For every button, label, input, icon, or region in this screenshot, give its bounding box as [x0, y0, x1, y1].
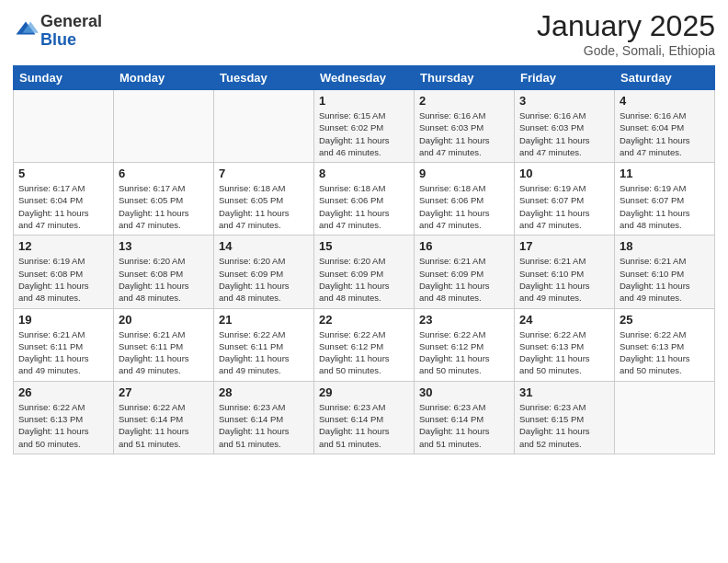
logo-general: General	[40, 13, 102, 31]
table-row: 20Sunrise: 6:21 AMSunset: 6:11 PMDayligh…	[114, 308, 214, 381]
day-info: Sunrise: 6:17 AMSunset: 6:04 PMDaylight:…	[18, 182, 108, 231]
subtitle: Gode, Somali, Ethiopia	[537, 43, 715, 58]
day-number: 17	[519, 239, 609, 253]
table-row: 13Sunrise: 6:20 AMSunset: 6:08 PMDayligh…	[114, 236, 214, 308]
day-number: 30	[419, 385, 509, 399]
table-row: 31Sunrise: 6:23 AMSunset: 6:15 PMDayligh…	[515, 381, 615, 454]
calendar-table: Sunday Monday Tuesday Wednesday Thursday…	[13, 65, 715, 454]
table-row: 4Sunrise: 6:16 AMSunset: 6:04 PMDaylight…	[615, 90, 715, 163]
logo-blue: Blue	[40, 31, 102, 50]
table-row	[14, 90, 114, 163]
day-info: Sunrise: 6:20 AMSunset: 6:09 PMDaylight:…	[219, 255, 309, 304]
day-info: Sunrise: 6:23 AMSunset: 6:14 PMDaylight:…	[319, 401, 409, 450]
table-row: 9Sunrise: 6:18 AMSunset: 6:06 PMDaylight…	[415, 163, 515, 236]
day-info: Sunrise: 6:22 AMSunset: 6:14 PMDaylight:…	[119, 401, 209, 450]
day-number: 4	[620, 94, 710, 108]
page: General Blue January 2025 Gode, Somali, …	[0, 0, 728, 563]
day-number: 9	[419, 167, 509, 180]
day-number: 2	[419, 94, 509, 108]
day-info: Sunrise: 6:21 AMSunset: 6:09 PMDaylight:…	[419, 255, 509, 304]
day-number: 27	[119, 385, 209, 399]
table-row: 5Sunrise: 6:17 AMSunset: 6:04 PMDaylight…	[14, 163, 114, 236]
title-block: January 2025 Gode, Somali, Ethiopia	[537, 9, 715, 58]
table-row: 25Sunrise: 6:22 AMSunset: 6:13 PMDayligh…	[615, 308, 715, 381]
day-info: Sunrise: 6:18 AMSunset: 6:06 PMDaylight:…	[419, 182, 509, 231]
table-row: 30Sunrise: 6:23 AMSunset: 6:14 PMDayligh…	[415, 381, 515, 454]
day-info: Sunrise: 6:16 AMSunset: 6:03 PMDaylight:…	[419, 109, 509, 158]
table-row: 1Sunrise: 6:15 AMSunset: 6:02 PMDaylight…	[314, 90, 415, 163]
day-info: Sunrise: 6:22 AMSunset: 6:12 PMDaylight:…	[319, 328, 409, 377]
day-info: Sunrise: 6:19 AMSunset: 6:07 PMDaylight:…	[620, 182, 710, 231]
day-number: 8	[319, 167, 409, 180]
table-row	[615, 381, 715, 454]
day-info: Sunrise: 6:21 AMSunset: 6:10 PMDaylight:…	[620, 255, 710, 304]
table-row: 24Sunrise: 6:22 AMSunset: 6:13 PMDayligh…	[515, 308, 615, 381]
day-number: 12	[18, 239, 108, 253]
day-number: 16	[419, 239, 509, 253]
day-info: Sunrise: 6:18 AMSunset: 6:05 PMDaylight:…	[219, 182, 309, 231]
day-number: 3	[519, 94, 609, 108]
table-row: 22Sunrise: 6:22 AMSunset: 6:12 PMDayligh…	[314, 308, 415, 381]
day-info: Sunrise: 6:19 AMSunset: 6:07 PMDaylight:…	[519, 182, 609, 231]
day-info: Sunrise: 6:22 AMSunset: 6:13 PMDaylight:…	[620, 328, 710, 377]
calendar-week-row: 19Sunrise: 6:21 AMSunset: 6:11 PMDayligh…	[14, 308, 715, 381]
col-thursday: Thursday	[415, 66, 515, 90]
table-row: 16Sunrise: 6:21 AMSunset: 6:09 PMDayligh…	[415, 236, 515, 308]
day-info: Sunrise: 6:21 AMSunset: 6:11 PMDaylight:…	[119, 328, 209, 377]
day-info: Sunrise: 6:22 AMSunset: 6:11 PMDaylight:…	[219, 328, 309, 377]
table-row: 10Sunrise: 6:19 AMSunset: 6:07 PMDayligh…	[515, 163, 615, 236]
table-row: 21Sunrise: 6:22 AMSunset: 6:11 PMDayligh…	[214, 308, 314, 381]
calendar-week-row: 1Sunrise: 6:15 AMSunset: 6:02 PMDaylight…	[14, 90, 715, 163]
table-row: 3Sunrise: 6:16 AMSunset: 6:03 PMDaylight…	[515, 90, 615, 163]
table-row: 27Sunrise: 6:22 AMSunset: 6:14 PMDayligh…	[114, 381, 214, 454]
col-saturday: Saturday	[615, 66, 715, 90]
day-info: Sunrise: 6:19 AMSunset: 6:08 PMDaylight:…	[18, 255, 108, 304]
table-row: 15Sunrise: 6:20 AMSunset: 6:09 PMDayligh…	[314, 236, 415, 308]
day-info: Sunrise: 6:16 AMSunset: 6:04 PMDaylight:…	[620, 109, 710, 158]
logo: General Blue	[13, 13, 102, 50]
day-info: Sunrise: 6:15 AMSunset: 6:02 PMDaylight:…	[319, 109, 409, 158]
day-number: 10	[519, 167, 609, 180]
table-row: 26Sunrise: 6:22 AMSunset: 6:13 PMDayligh…	[14, 381, 114, 454]
day-number: 20	[119, 313, 209, 327]
header: General Blue January 2025 Gode, Somali, …	[13, 9, 715, 58]
day-info: Sunrise: 6:21 AMSunset: 6:10 PMDaylight:…	[519, 255, 609, 304]
calendar-week-row: 5Sunrise: 6:17 AMSunset: 6:04 PMDaylight…	[14, 163, 715, 236]
col-wednesday: Wednesday	[314, 66, 415, 90]
day-number: 24	[519, 313, 609, 327]
day-info: Sunrise: 6:17 AMSunset: 6:05 PMDaylight:…	[119, 182, 209, 231]
day-number: 25	[620, 313, 710, 327]
table-row: 6Sunrise: 6:17 AMSunset: 6:05 PMDaylight…	[114, 163, 214, 236]
day-number: 28	[219, 385, 309, 399]
table-row: 17Sunrise: 6:21 AMSunset: 6:10 PMDayligh…	[515, 236, 615, 308]
day-info: Sunrise: 6:16 AMSunset: 6:03 PMDaylight:…	[519, 109, 609, 158]
month-title: January 2025	[537, 9, 715, 43]
day-info: Sunrise: 6:23 AMSunset: 6:15 PMDaylight:…	[519, 401, 609, 450]
calendar-header-row: Sunday Monday Tuesday Wednesday Thursday…	[14, 66, 715, 90]
day-number: 19	[18, 313, 108, 327]
day-info: Sunrise: 6:23 AMSunset: 6:14 PMDaylight:…	[419, 401, 509, 450]
day-number: 6	[119, 167, 209, 180]
day-info: Sunrise: 6:22 AMSunset: 6:12 PMDaylight:…	[419, 328, 509, 377]
col-friday: Friday	[515, 66, 615, 90]
table-row: 11Sunrise: 6:19 AMSunset: 6:07 PMDayligh…	[615, 163, 715, 236]
day-number: 1	[319, 94, 409, 108]
day-info: Sunrise: 6:22 AMSunset: 6:13 PMDaylight:…	[519, 328, 609, 377]
col-tuesday: Tuesday	[214, 66, 314, 90]
table-row: 12Sunrise: 6:19 AMSunset: 6:08 PMDayligh…	[14, 236, 114, 308]
table-row: 19Sunrise: 6:21 AMSunset: 6:11 PMDayligh…	[14, 308, 114, 381]
calendar-week-row: 12Sunrise: 6:19 AMSunset: 6:08 PMDayligh…	[14, 236, 715, 308]
day-info: Sunrise: 6:20 AMSunset: 6:08 PMDaylight:…	[119, 255, 209, 304]
day-number: 31	[519, 385, 609, 399]
table-row: 28Sunrise: 6:23 AMSunset: 6:14 PMDayligh…	[214, 381, 314, 454]
logo-text: General Blue	[40, 13, 102, 50]
day-number: 7	[219, 167, 309, 180]
day-number: 22	[319, 313, 409, 327]
logo-icon	[13, 18, 39, 44]
day-number: 21	[219, 313, 309, 327]
day-number: 23	[419, 313, 509, 327]
table-row: 18Sunrise: 6:21 AMSunset: 6:10 PMDayligh…	[615, 236, 715, 308]
day-number: 29	[319, 385, 409, 399]
day-number: 14	[219, 239, 309, 253]
table-row: 2Sunrise: 6:16 AMSunset: 6:03 PMDaylight…	[415, 90, 515, 163]
